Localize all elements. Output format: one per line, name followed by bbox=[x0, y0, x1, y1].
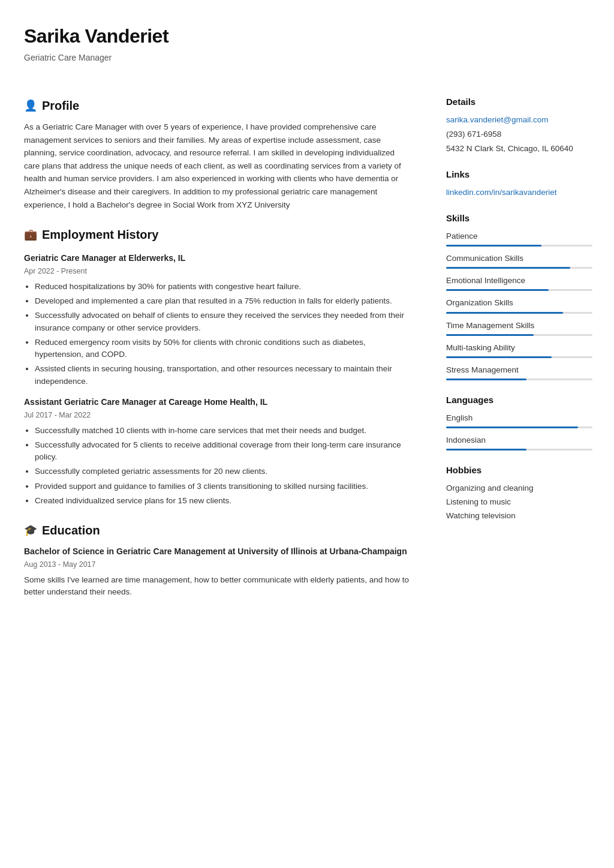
employment-icon: 💼 bbox=[24, 227, 37, 243]
details-email: sarika.vanderiet@gmail.com bbox=[446, 114, 592, 126]
header: Sarika Vanderiet Geriatric Care Manager bbox=[0, 0, 614, 70]
job-2-date: Jul 2017 - Mar 2022 bbox=[24, 410, 410, 421]
employment-title: 💼 Employment History bbox=[24, 226, 410, 244]
resume-page: Sarika Vanderiet Geriatric Care Manager … bbox=[0, 0, 614, 868]
list-item: Reduced emergency room visits by 50% for… bbox=[35, 337, 410, 361]
skill-organization: Organization Skills bbox=[446, 297, 592, 313]
links-title: Links bbox=[446, 168, 592, 182]
list-item: Successfully completed geriatric assessm… bbox=[35, 465, 410, 477]
skill-bar-bg bbox=[446, 356, 592, 358]
education-icon: 🎓 bbox=[24, 522, 37, 539]
skill-bar-bg bbox=[446, 334, 592, 336]
edu-entry-1: Bachelor of Science in Geriatric Care Ma… bbox=[24, 545, 410, 598]
employment-section: 💼 Employment History Geriatric Care Mana… bbox=[24, 226, 410, 507]
right-column: Details sarika.vanderiet@gmail.com (293)… bbox=[434, 76, 614, 868]
job-1-bullets: Reduced hospitalizations by 30% for pati… bbox=[24, 281, 410, 388]
profile-section: 👤 Profile As a Geriatric Care Manager wi… bbox=[24, 97, 410, 211]
lang-bar-fill bbox=[446, 427, 578, 428]
skill-bar-fill bbox=[446, 245, 541, 247]
hobby-1: Organizing and cleaning bbox=[446, 482, 592, 494]
skill-bar-fill bbox=[446, 289, 549, 291]
hobbies-section: Hobbies Organizing and cleaning Listenin… bbox=[446, 464, 592, 522]
list-item: Created individualized service plans for… bbox=[35, 495, 410, 507]
skill-bar-fill bbox=[446, 267, 570, 269]
skills-section: Skills Patience Communication Skills Emo… bbox=[446, 212, 592, 380]
skill-bar-bg bbox=[446, 312, 592, 314]
hobbies-title: Hobbies bbox=[446, 464, 592, 477]
edu-1-title: Bachelor of Science in Geriatric Care Ma… bbox=[24, 545, 410, 558]
list-item: Successfully advocated for 5 clients to … bbox=[35, 439, 410, 464]
skill-patience: Patience bbox=[446, 230, 592, 247]
hobby-2: Listening to music bbox=[446, 496, 592, 508]
left-column: 👤 Profile As a Geriatric Care Manager wi… bbox=[0, 76, 434, 868]
lang-bar-bg bbox=[446, 449, 592, 450]
main-content: 👤 Profile As a Geriatric Care Manager wi… bbox=[0, 70, 614, 868]
languages-section: Languages English Indonesian bbox=[446, 394, 592, 450]
candidate-name: Sarika Vanderiet bbox=[24, 22, 590, 50]
list-item: Provided support and guidance to familie… bbox=[35, 480, 410, 492]
details-phone: (293) 671-6958 bbox=[446, 128, 592, 140]
details-title: Details bbox=[446, 95, 592, 109]
skill-bar-fill bbox=[446, 312, 563, 314]
skill-bar-fill bbox=[446, 379, 526, 380]
lang-indonesian: Indonesian bbox=[446, 434, 592, 450]
skill-bar-fill bbox=[446, 334, 534, 336]
profile-title: 👤 Profile bbox=[24, 97, 410, 115]
details-section: Details sarika.vanderiet@gmail.com (293)… bbox=[446, 95, 592, 155]
job-2-bullets: Successfully matched 10 clients with in-… bbox=[24, 425, 410, 507]
skill-multitasking: Multi-tasking Ability bbox=[446, 342, 592, 358]
list-item: Successfully advocated on behalf of clie… bbox=[35, 310, 410, 334]
linkedin-link[interactable]: linkedin.com/in/sarikavanderiet bbox=[446, 187, 592, 199]
list-item: Developed and implemented a care plan th… bbox=[35, 295, 410, 307]
skill-communication: Communication Skills bbox=[446, 253, 592, 269]
edu-1-date: Aug 2013 - May 2017 bbox=[24, 559, 410, 570]
list-item: Successfully matched 10 clients with in-… bbox=[35, 425, 410, 437]
lang-english: English bbox=[446, 412, 592, 428]
skill-time-management: Time Management Skills bbox=[446, 320, 592, 336]
hobby-3: Watching television bbox=[446, 510, 592, 522]
education-title: 🎓 Education bbox=[24, 521, 410, 539]
skill-bar-bg bbox=[446, 379, 592, 380]
skills-title: Skills bbox=[446, 212, 592, 226]
edu-1-desc: Some skills I've learned are time manage… bbox=[24, 574, 410, 599]
languages-title: Languages bbox=[446, 394, 592, 407]
profile-icon: 👤 bbox=[24, 98, 37, 114]
skill-bar-fill bbox=[446, 356, 552, 358]
skill-bar-bg bbox=[446, 245, 592, 247]
skill-stress: Stress Management bbox=[446, 364, 592, 380]
job-2-title: Assistant Geriatric Care Manager at Care… bbox=[24, 396, 410, 409]
lang-bar-bg bbox=[446, 427, 592, 428]
job-1: Geriatric Care Manager at Elderwerks, IL… bbox=[24, 252, 410, 388]
profile-text: As a Geriatric Care Manager with over 5 … bbox=[24, 121, 410, 211]
email-link[interactable]: sarika.vanderiet@gmail.com bbox=[446, 115, 549, 124]
skill-bar-bg bbox=[446, 267, 592, 269]
candidate-title: Geriatric Care Manager bbox=[24, 52, 590, 64]
skill-emotional: Emotional Intelligence bbox=[446, 275, 592, 291]
job-1-date: Apr 2022 - Present bbox=[24, 266, 410, 277]
job-1-title: Geriatric Care Manager at Elderwerks, IL bbox=[24, 252, 410, 265]
job-2: Assistant Geriatric Care Manager at Care… bbox=[24, 396, 410, 507]
links-section: Links linkedin.com/in/sarikavanderiet bbox=[446, 168, 592, 199]
list-item: Assisted clients in securing housing, tr… bbox=[35, 363, 410, 388]
education-section: 🎓 Education Bachelor of Science in Geria… bbox=[24, 521, 410, 598]
list-item: Reduced hospitalizations by 30% for pati… bbox=[35, 281, 410, 293]
details-address: 5432 N Clark St, Chicago, IL 60640 bbox=[446, 143, 592, 155]
skill-bar-bg bbox=[446, 289, 592, 291]
lang-bar-fill bbox=[446, 449, 526, 450]
